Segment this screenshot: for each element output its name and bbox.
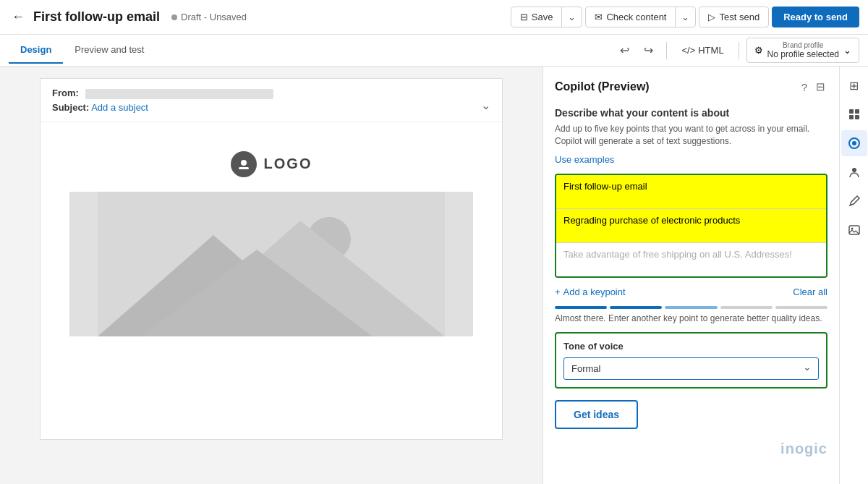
- no-profile-label: No profile selected: [767, 49, 839, 59]
- logo-placeholder: LOGO: [55, 137, 488, 192]
- html-icon: </>: [681, 45, 695, 56]
- tab-preview-test[interactable]: Preview and test: [63, 37, 156, 64]
- svg-point-0: [241, 160, 247, 166]
- add-icon: ⊞: [849, 79, 859, 93]
- tone-label: Tone of voice: [563, 341, 819, 352]
- brand-profile-label: Brand profile: [767, 41, 839, 49]
- ready-label: Ready to send: [783, 12, 848, 22]
- keypoints-container: First follow-up email Regrading purchase…: [555, 174, 827, 278]
- svg-rect-7: [849, 109, 854, 114]
- svg-point-13: [852, 168, 856, 172]
- rail-add-button[interactable]: ⊞: [841, 72, 867, 98]
- from-value: [85, 89, 273, 99]
- test-send-label: Test send: [719, 12, 760, 22]
- copilot-layout-button[interactable]: ⊟: [814, 78, 827, 95]
- save-icon: ⊟: [520, 12, 528, 22]
- undo-redo: ↩ ↪: [614, 40, 659, 61]
- use-examples-link[interactable]: Use examples: [555, 154, 614, 165]
- svg-point-15: [851, 228, 853, 230]
- left-panel: From: Subject: Add a subject ⌄: [0, 67, 542, 484]
- subject-label: Subject:: [52, 102, 89, 113]
- progress-bar-3: [665, 306, 717, 309]
- redo-button[interactable]: ↪: [638, 40, 659, 61]
- draft-status: Draft - Unsaved: [181, 12, 247, 22]
- envelope-icon: ✉: [595, 12, 603, 22]
- inogic-logo: inogic: [555, 441, 827, 457]
- progress-bar-4: [720, 306, 773, 309]
- save-chevron[interactable]: ⌄: [561, 7, 582, 27]
- plus-icon: +: [555, 286, 561, 297]
- tone-section: Tone of voice Formal Casual Enthusiastic…: [555, 332, 827, 389]
- rail-style-button[interactable]: [841, 188, 867, 214]
- rail-personalize-button[interactable]: [841, 159, 867, 185]
- brand-profile-text: Brand profile No profile selected: [767, 41, 839, 59]
- undo-button[interactable]: ↩: [614, 40, 635, 61]
- svg-rect-8: [855, 109, 859, 114]
- draft-badge: Draft - Unsaved: [171, 12, 247, 22]
- top-actions: ⊟ Save ⌄ ✉ Check content ⌄ ▷ Test send R…: [511, 7, 859, 27]
- check-content-chevron[interactable]: ⌄: [675, 7, 695, 27]
- draft-dot: [171, 14, 177, 20]
- tab-design[interactable]: Design: [9, 37, 63, 64]
- email-from-row: From:: [52, 88, 490, 99]
- test-send-button[interactable]: ▷ Test send: [699, 7, 768, 27]
- save-label: Save: [532, 12, 553, 22]
- side-rail: ⊞: [839, 67, 868, 484]
- collapse-button[interactable]: ⌄: [481, 98, 490, 112]
- email-canvas: From: Subject: Add a subject ⌄: [40, 78, 503, 440]
- copilot-panel: Copilot (Preview) ? ⊟ Describe what your…: [543, 67, 839, 484]
- rail-images-button[interactable]: [841, 217, 867, 243]
- back-icon: ←: [12, 9, 25, 25]
- check-content-button[interactable]: ✉ Check content: [586, 7, 675, 27]
- top-bar: ← First follow-up email Draft - Unsaved …: [0, 0, 868, 35]
- back-button[interactable]: ←: [9, 7, 27, 27]
- logo-icon: [231, 151, 257, 177]
- describe-heading: Describe what your content is about: [555, 107, 827, 119]
- svg-rect-9: [849, 115, 854, 119]
- copilot-help-button[interactable]: ?: [799, 78, 809, 95]
- tabs: Design Preview and test: [9, 37, 156, 64]
- test-send-group: ▷ Test send: [699, 7, 769, 27]
- keypoint-2-input[interactable]: Regrading purchase of electronic product…: [556, 209, 826, 243]
- save-group: ⊟ Save ⌄: [511, 7, 583, 27]
- progress-section: Almost there. Enter another key point to…: [555, 306, 827, 323]
- html-button[interactable]: </> HTML: [674, 41, 731, 59]
- svg-rect-10: [855, 115, 859, 119]
- rail-copilot-button[interactable]: [841, 130, 867, 156]
- progress-text: Almost there. Enter another key point to…: [555, 313, 827, 323]
- copilot-icons: ? ⊟: [799, 78, 827, 95]
- clear-all-button[interactable]: Clear all: [793, 286, 827, 297]
- tone-select[interactable]: Formal Casual Enthusiastic Inspirational…: [563, 357, 819, 380]
- add-keypoint-button[interactable]: + Add a keypoint: [555, 286, 626, 297]
- second-bar: Design Preview and test ↩ ↪ </> HTML ⚙ B…: [0, 35, 868, 67]
- page-title: First follow-up email: [33, 9, 160, 25]
- copilot-title: Copilot (Preview): [555, 80, 650, 93]
- progress-bar-5: [775, 306, 827, 309]
- keypoint-1-input[interactable]: First follow-up email: [556, 175, 826, 209]
- second-bar-right: ↩ ↪ </> HTML ⚙ Brand profile No profile …: [614, 38, 859, 63]
- email-body: LOGO: [41, 122, 502, 365]
- ready-to-send-button[interactable]: Ready to send: [772, 7, 859, 27]
- right-panel: Copilot (Preview) ? ⊟ Describe what your…: [542, 67, 868, 484]
- brand-chevron-icon: ⌄: [843, 45, 851, 56]
- progress-bars: [555, 306, 827, 309]
- image-placeholder: [69, 192, 473, 336]
- copilot-header: Copilot (Preview) ? ⊟: [555, 78, 827, 95]
- check-content-label: Check content: [606, 12, 666, 22]
- add-keypoint-label: Add a keypoint: [563, 286, 626, 297]
- email-header: From: Subject: Add a subject ⌄: [41, 79, 502, 122]
- progress-bar-2: [610, 306, 662, 309]
- add-keypoint-row: + Add a keypoint Clear all: [555, 286, 827, 297]
- html-label: HTML: [698, 45, 723, 56]
- check-content-group: ✉ Check content ⌄: [585, 7, 696, 27]
- brand-profile-button[interactable]: ⚙ Brand profile No profile selected ⌄: [746, 38, 859, 63]
- get-ideas-button[interactable]: Get ideas: [555, 400, 638, 429]
- toolbar-divider: [666, 42, 667, 59]
- save-button[interactable]: ⊟ Save: [511, 7, 562, 27]
- keypoint-3-input[interactable]: [556, 243, 826, 276]
- send-icon: ▷: [708, 12, 715, 22]
- progress-bar-1: [555, 306, 607, 309]
- add-subject-link[interactable]: Add a subject: [91, 102, 148, 113]
- logo-text: LOGO: [264, 156, 312, 172]
- rail-layout-button[interactable]: [841, 101, 867, 127]
